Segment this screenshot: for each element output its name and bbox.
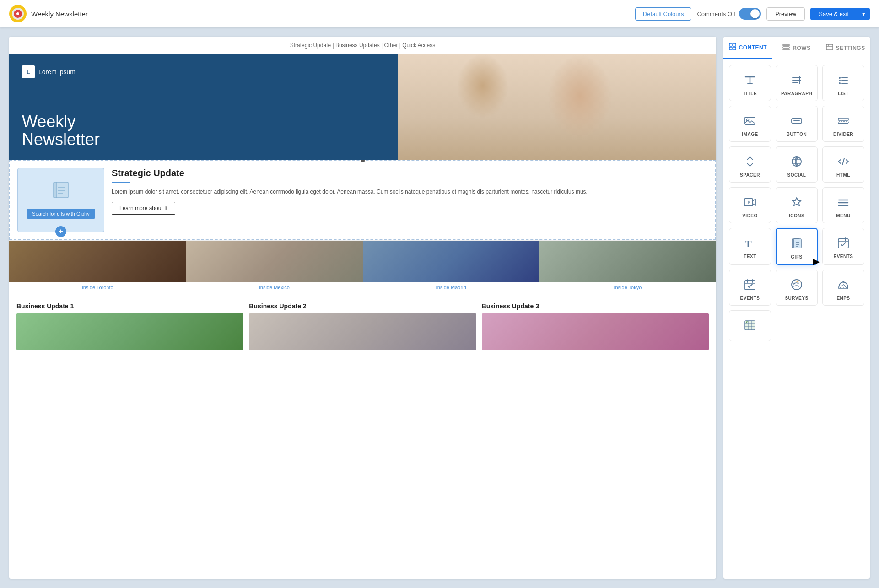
content-item-social[interactable]: SOCIAL (776, 146, 818, 183)
content-tab-label: CONTENT (739, 44, 767, 51)
svg-point-3 (16, 12, 19, 15)
svg-point-62 (843, 281, 844, 283)
hero-section: L Lorem ipsum WeeklyNewsletter (9, 54, 716, 160)
divider-icon (837, 113, 850, 128)
svg-rect-9 (729, 43, 732, 46)
gif-placeholder: Search for gifs with Giphy + (17, 168, 104, 232)
tab-settings[interactable]: SETTINGS (821, 37, 870, 59)
content-item-divider[interactable]: DIVIDER (822, 106, 864, 142)
menu-icon (837, 195, 850, 210)
tab-rows[interactable]: ROWS (772, 37, 821, 59)
svg-rect-53 (745, 281, 755, 290)
add-content-button[interactable]: + (55, 226, 66, 237)
business-image-3 (482, 313, 709, 350)
svg-rect-10 (733, 43, 736, 46)
mexico-link[interactable]: Inside Mexico (259, 282, 290, 293)
strategic-divider (112, 182, 130, 183)
content-item-button[interactable]: BUTTON (776, 106, 818, 142)
logo-area: Weekly Newsletter (9, 5, 628, 22)
save-dropdown-button[interactable]: ▾ (857, 8, 870, 20)
svg-rect-32 (838, 118, 848, 120)
html-label: HTML (836, 173, 850, 178)
top-bar: Weekly Newsletter Default Colours Commen… (0, 0, 879, 27)
business-title-1: Business Update 1 (16, 302, 243, 310)
tokyo-link[interactable]: Inside Tokyo (614, 282, 642, 293)
excel-icon: X (744, 318, 756, 333)
svg-point-57 (792, 280, 802, 290)
business-image-1 (16, 313, 243, 350)
photo-tokyo: Inside Tokyo (539, 241, 716, 293)
content-item-surveys[interactable]: SURVEYS (776, 270, 818, 306)
content-item-spacer[interactable]: SPACER (729, 146, 771, 183)
gifs-icon (790, 236, 803, 251)
learn-more-button[interactable]: Learn more about It (112, 202, 175, 215)
svg-rect-14 (783, 47, 789, 48)
events-label: EVENTS (833, 254, 853, 259)
menu-label: MENU (836, 213, 850, 218)
panel-tabs: CONTENT ROWS (723, 37, 870, 59)
surveys-label: SURVEYS (785, 296, 808, 301)
svg-text:T: T (745, 238, 752, 249)
button-label: BUTTON (787, 132, 807, 137)
social-icon (790, 154, 803, 169)
svg-rect-45 (794, 239, 801, 248)
video-icon (744, 195, 756, 210)
strategic-content-block: Search for gifs with Giphy + Strategic U… (9, 160, 716, 240)
button-icon (790, 113, 803, 128)
tab-content[interactable]: CONTENT (723, 37, 772, 59)
title-label: TITLE (743, 91, 757, 96)
svg-line-38 (842, 158, 844, 165)
enps-icon (837, 277, 850, 292)
business-item-2: Business Update 2 (249, 302, 476, 350)
svg-point-59 (798, 283, 799, 284)
svg-rect-12 (733, 47, 736, 50)
preview-button[interactable]: Preview (766, 7, 805, 21)
madrid-link[interactable]: Inside Madrid (436, 282, 466, 293)
toronto-link[interactable]: Inside Toronto (82, 282, 113, 293)
svg-rect-28 (745, 117, 755, 124)
tokyo-image (539, 241, 716, 282)
save-exit-button[interactable]: Save & exit (810, 8, 857, 20)
content-item-excel[interactable]: X (729, 310, 771, 341)
paragraph-icon (790, 73, 803, 87)
content-item-events2[interactable]: EVENTS (729, 270, 771, 306)
save-button-group: Save & exit ▾ (810, 8, 870, 20)
content-item-icons[interactable]: ICONS (776, 187, 818, 223)
strategic-text-content: Strategic Update Lorem ipsum dolor sit a… (112, 168, 708, 232)
gifs-label: GIFS (791, 254, 802, 259)
mexico-image (186, 241, 362, 282)
default-colours-button[interactable]: Default Colours (635, 7, 692, 21)
right-panel: CONTENT ROWS (723, 37, 870, 579)
gif-search-button[interactable]: Search for gifs with Giphy (27, 209, 95, 219)
comments-toggle[interactable] (739, 8, 761, 20)
list-label: LIST (838, 91, 849, 96)
hero-title: WeeklyNewsletter (22, 113, 385, 149)
title-icon (744, 73, 756, 87)
content-items-grid: TITLE PARAGRAPH (723, 59, 870, 347)
enps-label: ENPS (836, 296, 850, 301)
toronto-image (9, 241, 186, 282)
content-item-paragraph[interactable]: PARAGRAPH (776, 65, 818, 101)
content-item-image[interactable]: IMAGE (729, 106, 771, 142)
content-item-html[interactable]: HTML (822, 146, 864, 183)
content-item-text[interactable]: T TEXT (729, 228, 771, 265)
nav-items[interactable]: Strategic Update | Business Updates | Ot… (290, 42, 436, 49)
photo-mexico: Inside Mexico (186, 241, 362, 293)
content-item-menu[interactable]: MENU (822, 187, 864, 223)
business-grid: Business Update 1 Business Update 2 Busi… (16, 302, 709, 350)
content-item-video[interactable]: VIDEO (729, 187, 771, 223)
icons-label: ICONS (789, 213, 804, 218)
events-icon (837, 236, 850, 250)
content-item-gifs[interactable]: GIFS ▶ (776, 228, 818, 265)
events2-label: EVENTS (740, 296, 760, 301)
settings-tab-label: SETTINGS (836, 45, 865, 51)
hero-logo-icon: L (22, 65, 35, 78)
surveys-icon (790, 277, 803, 292)
strategic-title: Strategic Update (112, 168, 708, 178)
content-item-list[interactable]: LIST (822, 65, 864, 101)
content-item-title[interactable]: TITLE (729, 65, 771, 101)
business-item-1: Business Update 1 (16, 302, 243, 350)
content-item-enps[interactable]: ENPS (822, 270, 864, 306)
content-item-events[interactable]: EVENTS (822, 228, 864, 265)
spacer-icon (744, 154, 756, 169)
